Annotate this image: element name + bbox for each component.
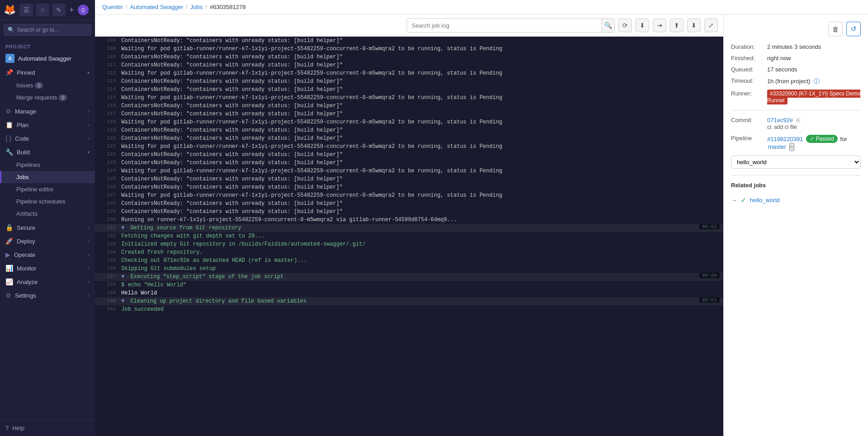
log-line: 120 ContainersNotReady: "containers with… [95, 134, 723, 142]
timeout-info-icon[interactable]: ⓘ [814, 78, 820, 85]
related-jobs-title: Related jobs [731, 182, 861, 189]
log-line-text: Waiting for pod gitlab-runner/runner-k7-… [121, 142, 720, 151]
log-timestamp: 00:02 [699, 224, 720, 229]
log-toolbar: 🔍 ⟳ ⬇ ⇥ ⬆ ⬇ ⤢ [95, 14, 723, 37]
sidebar-item-deploy[interactable]: 🚀 Deploy › [0, 234, 95, 248]
log-line: 132Fetching changes with git depth set t… [95, 232, 723, 240]
breadcrumb-job-id: #6303581278 [210, 4, 246, 10]
log-panel: 🔍 ⟳ ⬇ ⇥ ⬆ ⬇ ⤢ 108 ContainersNotReady: "c… [95, 14, 723, 436]
help-icon: ? [5, 425, 9, 431]
sidebar-edit-icon[interactable]: ✎ [52, 4, 66, 16]
sidebar-item-build[interactable]: 🔧 Build ▾ [0, 145, 95, 159]
right-panel: 🗑 ↺ Duration: 2 minutes 3 seconds Finish… [723, 14, 868, 436]
sidebar-item-pipeline-editor[interactable]: Pipeline editor [0, 183, 95, 195]
sidebar-item-analyze[interactable]: 📈 Analyze › [0, 275, 95, 289]
sidebar-search-area: 🔍 Search or go to... [0, 20, 95, 39]
help-button[interactable]: ? Help [5, 425, 90, 431]
runner-label: Runner: [731, 90, 767, 97]
manage-icon: ⚙ [5, 108, 11, 115]
expand-log-button[interactable]: ⇥ [653, 19, 666, 32]
log-line: 140▼ Cleaning up project directory and f… [95, 297, 723, 305]
timeout-label: Timeout: [731, 77, 767, 84]
sidebar-item-pipelines[interactable]: Pipelines [0, 159, 95, 171]
gitlab-logo[interactable]: 🦊 [4, 4, 16, 16]
master-link[interactable]: master [768, 143, 786, 150]
log-line: 124Waiting for pod gitlab-runner/runner-… [95, 167, 723, 175]
log-line-text: Skipping Git submodules setup [121, 265, 720, 273]
sidebar-item-artifacts[interactable]: Artifacts [0, 208, 95, 220]
sidebar-new-button[interactable]: + [69, 5, 74, 15]
breadcrumb-jobs[interactable]: Jobs [190, 4, 203, 10]
avatar[interactable]: Q [78, 5, 89, 15]
log-line-number: 137 [99, 273, 116, 279]
fullscreen-button[interactable]: ⤢ [704, 19, 718, 32]
log-line: 127Waiting for pod gitlab-runner/runner-… [95, 191, 723, 199]
scroll-bottom-button[interactable]: ⬇ [687, 19, 701, 32]
branch-row: hello_world [731, 156, 861, 169]
section-toggle[interactable]: ▼ [121, 225, 128, 231]
sidebar-item-pipeline-schedules[interactable]: Pipeline schedules [0, 195, 95, 208]
search-input[interactable] [407, 20, 602, 31]
log-line-text: Waiting for pod gitlab-runner/runner-k7-… [121, 118, 720, 126]
sidebar-item-manage[interactable]: ⚙ Manage › [0, 104, 95, 118]
commit-link[interactable]: 071ec92e [767, 117, 793, 123]
sidebar-todo-icon[interactable]: ☰ [19, 4, 33, 16]
log-line: 133Initialized empty Git repository in /… [95, 240, 723, 248]
sidebar-merge-icon[interactable]: ⑂ [36, 4, 49, 16]
log-line-text: Hello World [121, 289, 720, 297]
sidebar-item-jobs[interactable]: Jobs [0, 171, 95, 183]
log-line-text: Running on runner-k7-1x1yi-project-55482… [121, 216, 720, 224]
branch-select[interactable]: hello_world [731, 156, 861, 169]
log-line-number: 110 [99, 53, 116, 59]
log-line: 138$ echo "Hello World" [95, 281, 723, 289]
passed-badge: Passed [806, 135, 838, 143]
log-line: 137▼ Executing "step_script" stage of th… [95, 273, 723, 281]
log-line: 139Hello World [95, 289, 723, 297]
log-line-number: 128 [99, 199, 116, 206]
section-toggle[interactable]: ▼ [121, 298, 128, 304]
section-toggle[interactable]: ▼ [121, 274, 128, 280]
log-line-text: ▼ Getting source from Git repository [121, 224, 699, 232]
chevron-right-icon: › [88, 280, 90, 284]
sidebar-item-operate[interactable]: ▶ Operate › [0, 248, 95, 261]
pipeline-link[interactable]: #1198220391 [767, 136, 803, 142]
sidebar-item-issues[interactable]: Issues 0 [0, 79, 95, 91]
runner-badge[interactable]: #33320900 (K7-1X_1Yi) Specs Demo Runner [767, 90, 860, 104]
log-line-number: 132 [99, 232, 116, 238]
project-name-row[interactable]: A Automated Swagger [0, 51, 95, 66]
sidebar: 🦊 ☰ ⑂ ✎ + Q 🔍 Search or go to... Project… [0, 0, 95, 436]
commit-row: Commit 071ec92e ⎘ ci: add ci file [731, 117, 861, 130]
sidebar-bottom: ? Help [0, 420, 95, 436]
log-line-text: ContainersNotReady: "containers with unr… [121, 126, 720, 134]
sidebar-item-secure[interactable]: 🔒 Secure › [0, 221, 95, 234]
queued-row: Queued: 17 seconds [731, 66, 861, 73]
scroll-top-button[interactable]: ⬆ [670, 19, 683, 32]
sidebar-item-code[interactable]: { } Code › [0, 132, 95, 145]
sidebar-item-monitor[interactable]: 📊 Monitor › [0, 261, 95, 275]
branch-copy-button[interactable]: ⎘ [789, 143, 794, 151]
sidebar-item-settings[interactable]: ⚙ Settings › [0, 289, 95, 302]
related-job-link[interactable]: hello_world [750, 197, 780, 204]
sidebar-item-pinned[interactable]: 📌 Pinned ▾ [0, 66, 95, 79]
search-button[interactable]: 🔍 [602, 19, 614, 32]
log-line-number: 141 [99, 305, 116, 312]
delete-job-button[interactable]: 🗑 [828, 22, 843, 36]
refresh-log-button[interactable]: ⟳ [618, 19, 632, 32]
duration-label: Duration: [731, 43, 767, 50]
log-content[interactable]: 108 ContainersNotReady: "containers with… [95, 37, 723, 436]
breadcrumb-project[interactable]: Automated Swagger [130, 4, 183, 10]
download-log-button[interactable]: ⬇ [636, 19, 649, 32]
log-line-text: ContainersNotReady: "containers with unr… [121, 37, 720, 45]
commit-copy-button[interactable]: ⎘ [797, 117, 800, 123]
sidebar-item-merge-requests[interactable]: Merge requests 0 [0, 91, 95, 104]
retry-job-button[interactable]: ↺ [846, 22, 861, 36]
log-line-number: 126 [99, 183, 116, 190]
search-or-goto-button[interactable]: 🔍 Search or go to... [4, 24, 91, 36]
log-line-number: 136 [99, 265, 116, 271]
sidebar-item-label: Plan [17, 122, 28, 128]
top-bar: Quentin / Automated Swagger / Jobs / #63… [95, 0, 868, 14]
sidebar-item-plan[interactable]: 📋 Plan › [0, 118, 95, 132]
breadcrumb-quentin[interactable]: Quentin [102, 4, 123, 10]
log-line-text: Waiting for pod gitlab-runner/runner-k7-… [121, 167, 720, 175]
sidebar-item-label: Analyze [17, 279, 38, 285]
